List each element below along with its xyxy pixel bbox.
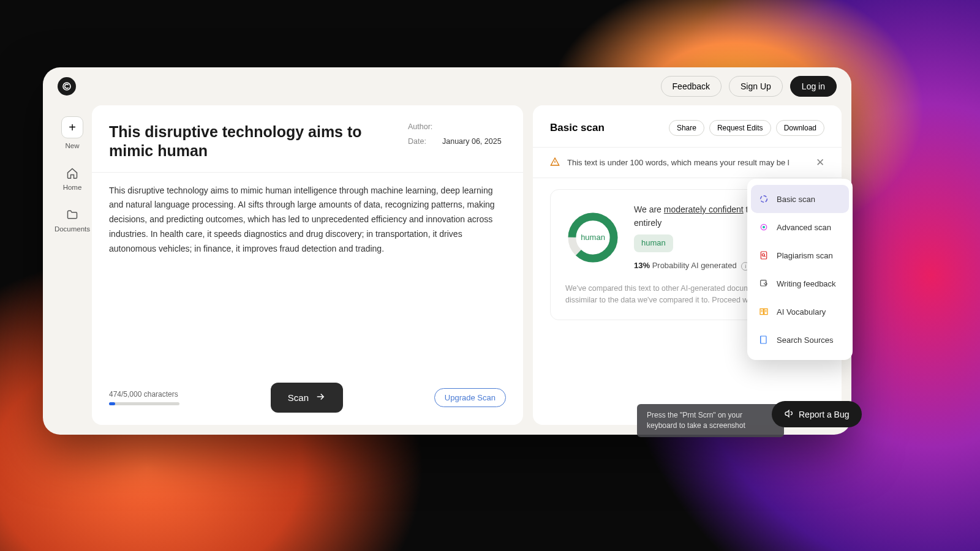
report-bug-button[interactable]: Report a Bug — [772, 401, 862, 427]
app-window: Feedback Sign Up Log in + New Home Docum… — [43, 67, 851, 435]
char-counter: 474/5,000 characters — [109, 390, 179, 405]
sidebar-label-documents: Documents — [55, 225, 90, 233]
date-value: January 06, 2025 — [442, 137, 502, 146]
request-edits-button[interactable]: Request Edits — [709, 120, 771, 136]
warning-icon — [550, 157, 560, 168]
svg-point-5 — [763, 226, 765, 228]
advanced-scan-icon — [758, 222, 769, 233]
download-button[interactable]: Download — [776, 120, 824, 136]
menu-label: AI Vocabulary — [777, 307, 826, 317]
document-header: This disruptive technology aims to mimic… — [109, 122, 506, 172]
document-body[interactable]: This disruptive technology aims to mimic… — [109, 184, 506, 373]
main-area: This disruptive technology aims to mimic… — [92, 105, 842, 425]
menu-label: Basic scan — [777, 195, 815, 204]
vocabulary-icon — [758, 306, 769, 317]
divider — [92, 172, 523, 173]
screenshot-toast: Press the "Prnt Scrn" on your keyboard t… — [637, 404, 784, 437]
signup-button[interactable]: Sign Up — [729, 76, 783, 97]
svg-point-3 — [761, 196, 767, 203]
scan-button-label: Scan — [288, 392, 309, 403]
menu-label: Search Sources — [777, 335, 834, 345]
confidence-link[interactable]: moderately confident — [664, 204, 744, 214]
share-button[interactable]: Share — [669, 120, 704, 136]
scan-button[interactable]: Scan — [271, 383, 343, 413]
scan-type-menu: Basic scan Advanced scan Plagiarism scan… — [747, 179, 853, 360]
folder-icon — [66, 208, 79, 222]
sidebar-item-home[interactable]: Home — [63, 167, 82, 191]
char-progress-bar — [109, 402, 179, 405]
svg-rect-11 — [761, 336, 766, 343]
report-bug-label: Report a Bug — [799, 410, 850, 419]
megaphone-icon — [784, 408, 794, 420]
menu-label: Writing feedback — [777, 279, 836, 288]
sidebar-item-new[interactable]: + New — [61, 116, 83, 149]
document-title: This disruptive technology aims to mimic… — [109, 122, 396, 161]
menu-label: Plagiarism scan — [777, 251, 833, 260]
sidebar: + New Home Documents — [53, 105, 92, 425]
sidebar-label-new: New — [65, 142, 79, 149]
menu-item-ai-vocabulary[interactable]: AI Vocabulary — [747, 298, 853, 326]
menu-item-writing-feedback[interactable]: Writing feedback — [747, 269, 853, 298]
search-sources-icon — [758, 334, 769, 345]
home-icon — [66, 167, 79, 180]
svg-point-0 — [63, 83, 70, 90]
login-button[interactable]: Log in — [790, 76, 837, 97]
document-footer: 474/5,000 characters Scan Upgrade Scan — [109, 373, 506, 413]
menu-item-basic-scan[interactable]: Basic scan — [751, 185, 849, 213]
writing-feedback-icon — [758, 278, 769, 289]
menu-item-plagiarism-scan[interactable]: Plagiarism scan — [747, 241, 853, 269]
upgrade-scan-button[interactable]: Upgrade Scan — [434, 388, 506, 407]
basic-scan-icon — [758, 193, 769, 204]
panel-actions: Share Request Edits Download — [669, 120, 824, 136]
header: Feedback Sign Up Log in — [43, 67, 851, 105]
panel-title: Basic scan — [550, 122, 605, 134]
plagiarism-icon — [758, 250, 769, 261]
plus-icon: + — [61, 116, 83, 138]
close-icon[interactable]: ✕ — [816, 156, 824, 169]
panel-header: Basic scan Share Request Edits Download — [550, 120, 824, 136]
app-logo[interactable] — [58, 77, 76, 96]
arrow-right-icon — [315, 391, 326, 404]
menu-item-advanced-scan[interactable]: Advanced scan — [747, 213, 853, 241]
char-count-text: 474/5,000 characters — [109, 390, 179, 399]
donut-center-label: human — [565, 210, 620, 265]
menu-label: Advanced scan — [777, 223, 831, 232]
menu-item-search-sources[interactable]: Search Sources — [747, 326, 853, 354]
date-label: Date: — [408, 137, 442, 146]
header-actions: Feedback Sign Up Log in — [661, 76, 837, 97]
svg-rect-6 — [761, 252, 766, 259]
document-meta: Author: Date: January 06, 2025 — [408, 122, 506, 161]
app-body: + New Home Documents This disruptive tec… — [43, 105, 851, 435]
sidebar-item-documents[interactable]: Documents — [55, 208, 90, 233]
char-progress-fill — [109, 402, 115, 405]
probability-percent: 13% — [634, 261, 650, 270]
confidence-donut: human — [565, 210, 620, 265]
sidebar-label-home: Home — [63, 184, 82, 191]
author-label: Author: — [408, 122, 442, 131]
human-chip: human — [634, 234, 673, 252]
warning-bar: This text is under 100 words, which mean… — [533, 147, 842, 178]
feedback-button[interactable]: Feedback — [661, 76, 722, 97]
document-card: This disruptive technology aims to mimic… — [92, 105, 523, 425]
warning-text: This text is under 100 words, which mean… — [567, 158, 790, 167]
